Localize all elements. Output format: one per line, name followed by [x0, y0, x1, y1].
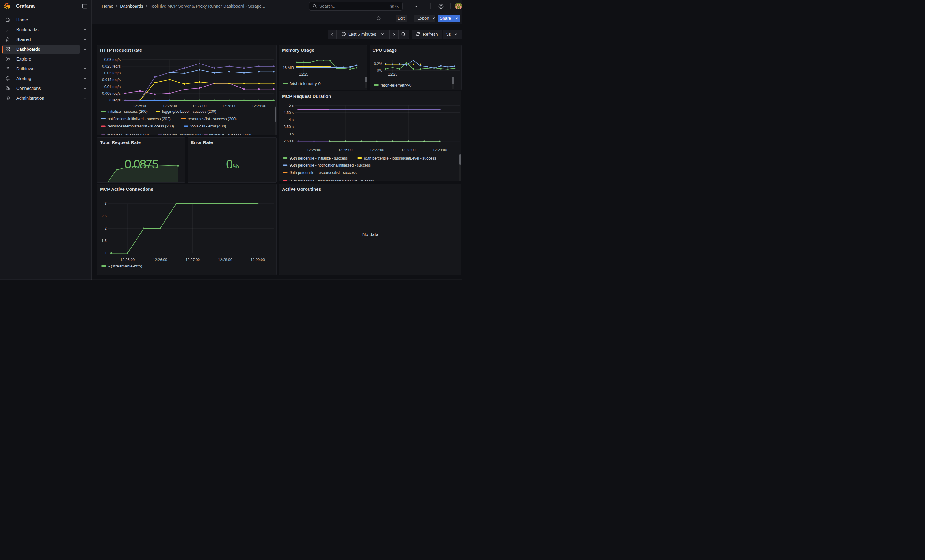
svg-text:12:29:00: 12:29:00 — [252, 104, 266, 108]
svg-text:0.02 req/s: 0.02 req/s — [104, 71, 121, 75]
svg-text:12:25: 12:25 — [388, 72, 397, 77]
svg-text:12:25:00: 12:25:00 — [307, 148, 321, 152]
svg-text:95th percentile - logging/setL: 95th percentile - logging/setLevel - suc… — [364, 156, 437, 161]
svg-text:- (streamable-http): - (streamable-http) — [108, 264, 142, 269]
svg-text:0.0875: 0.0875 — [125, 158, 158, 171]
svg-text:12:26:00: 12:26:00 — [153, 258, 167, 262]
svg-text:12:29:00: 12:29:00 — [250, 258, 265, 262]
svg-text:unknown - success (200): unknown - success (200) — [209, 133, 251, 135]
svg-text:1: 1 — [105, 251, 107, 255]
svg-text:1.5: 1.5 — [102, 239, 107, 243]
svg-text:0%: 0% — [377, 68, 383, 72]
svg-text:12:28:00: 12:28:00 — [222, 104, 237, 108]
svg-text:resources/templates/list - suc: resources/templates/list - success (200) — [108, 124, 174, 128]
svg-text:12:25:00: 12:25:00 — [121, 258, 135, 262]
svg-text:12:26:00: 12:26:00 — [338, 148, 353, 152]
svg-text:0.01 req/s: 0.01 req/s — [104, 85, 121, 89]
svg-text:initialize - success (200): initialize - success (200) — [108, 109, 148, 114]
svg-text:5 s: 5 s — [289, 103, 294, 108]
svg-text:16 MiB: 16 MiB — [283, 66, 294, 70]
svg-text:2.5: 2.5 — [102, 214, 107, 218]
svg-text:12:29:00: 12:29:00 — [433, 148, 447, 152]
svg-text:tools/call - error (404): tools/call - error (404) — [191, 124, 226, 128]
svg-text:notifications/initialized - su: notifications/initialized - success (202… — [108, 116, 171, 121]
svg-text:4 s: 4 s — [289, 118, 294, 122]
svg-text:3: 3 — [105, 201, 107, 206]
svg-text:2: 2 — [105, 226, 107, 230]
svg-text:12:27:00: 12:27:00 — [370, 148, 384, 152]
svg-text:fetch-telemetry-0: fetch-telemetry-0 — [381, 83, 411, 87]
svg-text:12:28:00: 12:28:00 — [218, 258, 232, 262]
svg-text:0.025 req/s: 0.025 req/s — [102, 64, 121, 69]
svg-text:0.2%: 0.2% — [374, 62, 383, 66]
svg-text:12:27:00: 12:27:00 — [193, 104, 207, 108]
svg-text:95th percentile - initialize -: 95th percentile - initialize - success — [290, 156, 348, 161]
svg-text:95th percentile - resources/te: 95th percentile - resources/templates/li… — [290, 179, 374, 182]
svg-text:12:28:00: 12:28:00 — [401, 148, 416, 152]
svg-text:resources/list - success (200): resources/list - success (200) — [188, 116, 237, 121]
svg-text:12:27:00: 12:27:00 — [185, 258, 200, 262]
svg-text:2.50 s: 2.50 s — [283, 139, 294, 143]
svg-text:4.50 s: 4.50 s — [283, 111, 294, 115]
svg-text:0%: 0% — [226, 158, 239, 171]
svg-text:95th percentile - resources/li: 95th percentile - resources/list - succe… — [290, 170, 357, 175]
svg-text:tools/call - success (200): tools/call - success (200) — [108, 133, 149, 135]
svg-text:3.50 s: 3.50 s — [283, 125, 294, 129]
svg-text:logging/setLevel - success (20: logging/setLevel - success (200) — [162, 109, 216, 114]
svg-text:12:26:00: 12:26:00 — [163, 104, 177, 108]
svg-text:No data: No data — [363, 232, 379, 237]
svg-text:0.03 req/s: 0.03 req/s — [104, 57, 121, 62]
svg-text:0.015 req/s: 0.015 req/s — [102, 78, 121, 82]
svg-text:tools/list - success (200): tools/list - success (200) — [163, 133, 204, 135]
svg-text:fetch-telemetry-0: fetch-telemetry-0 — [290, 81, 321, 86]
svg-text:12:25:00: 12:25:00 — [133, 104, 147, 108]
svg-text:0 req/s: 0 req/s — [109, 98, 121, 102]
svg-text:0.005 req/s: 0.005 req/s — [102, 92, 121, 96]
svg-text:12:25: 12:25 — [299, 72, 308, 77]
svg-text:3 s: 3 s — [289, 132, 294, 136]
svg-text:95th percentile - notification: 95th percentile - notifications/initiali… — [290, 163, 371, 168]
